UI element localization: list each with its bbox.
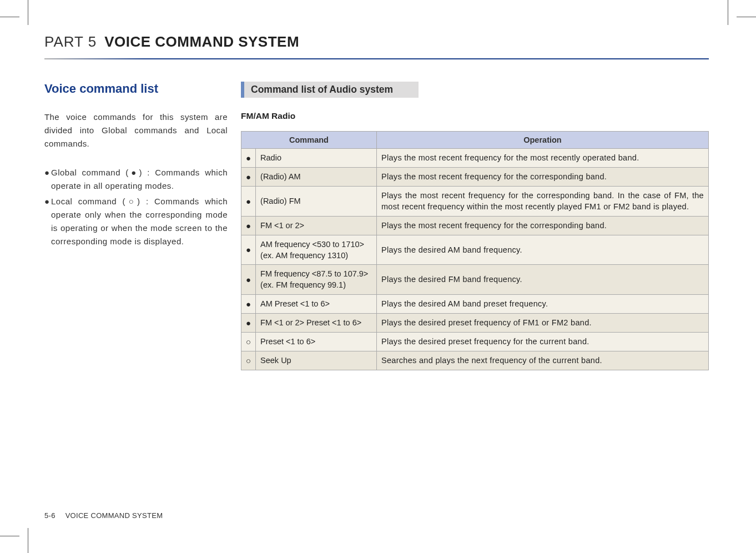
page-container: PART 5 VOICE COMMAND SYSTEM Voice comman… xyxy=(44,33,709,520)
section-title: Voice command list xyxy=(44,82,228,96)
cmd-text: FM <1 or 2> xyxy=(256,216,377,235)
table-row: ●FM frequency <87.5 to 107.9> (ex. FM fr… xyxy=(241,265,709,295)
op-text: Plays the most recent frequency for the … xyxy=(376,168,708,187)
cmd-type-icon: ● xyxy=(241,313,256,332)
bullet-icon: ● xyxy=(44,166,51,193)
bullet-local: ● Local command (○) : Commands which ope… xyxy=(44,195,228,248)
table-header-row: Command Operation xyxy=(241,132,709,149)
header-rule xyxy=(44,58,709,59)
bullet-icon: ● xyxy=(44,195,51,248)
op-text: Plays the desired AM band frequency. xyxy=(376,235,708,265)
crop-mark xyxy=(28,528,28,553)
cmd-type-icon: ● xyxy=(241,187,256,217)
table-row: ○Seek UpSearches and plays the next freq… xyxy=(241,351,709,370)
page-number: 5-6 xyxy=(44,511,56,520)
op-text: Plays the desired preset frequency for t… xyxy=(376,332,708,351)
cmd-text: Preset <1 to 6> xyxy=(256,332,377,351)
part-label: PART 5 xyxy=(44,33,97,51)
th-operation: Operation xyxy=(376,132,708,149)
bullet-text: Global command (●) : Commands which oper… xyxy=(51,166,228,193)
part-title: VOICE COMMAND SYSTEM xyxy=(104,33,299,51)
cmd-type-icon: ● xyxy=(241,294,256,313)
table-row: ●FM <1 or 2>Plays the most recent freque… xyxy=(241,216,709,235)
cmd-type-icon: ○ xyxy=(241,332,256,351)
cmd-type-icon: ● xyxy=(241,265,256,295)
cmd-type-icon: ○ xyxy=(241,351,256,370)
part-header: PART 5 VOICE COMMAND SYSTEM xyxy=(44,33,709,56)
cmd-type-icon: ● xyxy=(241,149,256,168)
table-row: ●(Radio) AMPlays the most recent frequen… xyxy=(241,168,709,187)
crop-mark xyxy=(28,0,28,25)
audio-subheader: Command list of Audio system xyxy=(241,82,419,98)
command-table: Command Operation ●RadioPlays the most r… xyxy=(241,131,709,370)
cmd-type-icon: ● xyxy=(241,168,256,187)
right-column: Command list of Audio system FM/AM Radio… xyxy=(241,82,709,370)
th-command: Command xyxy=(241,132,377,149)
table-label: FM/AM Radio xyxy=(241,111,709,121)
cmd-text: FM frequency <87.5 to 107.9> (ex. FM fre… xyxy=(256,265,377,295)
bullet-global: ● Global command (●) : Commands which op… xyxy=(44,166,228,193)
cmd-text: AM Preset <1 to 6> xyxy=(256,294,377,313)
intro-paragraph: The voice commands for this system are d… xyxy=(44,110,228,150)
crop-mark xyxy=(0,17,19,17)
table-row: ●FM <1 or 2> Preset <1 to 6>Plays the de… xyxy=(241,313,709,332)
table-row: ○Preset <1 to 6>Plays the desired preset… xyxy=(241,332,709,351)
cmd-text: (Radio) FM xyxy=(256,187,377,217)
footer-section: VOICE COMMAND SYSTEM xyxy=(65,511,163,520)
cmd-type-icon: ● xyxy=(241,216,256,235)
table-row: ●AM frequency <530 to 1710> (ex. AM freq… xyxy=(241,235,709,265)
crop-mark xyxy=(0,536,19,536)
op-text: Plays the most recent frequency for the … xyxy=(376,216,708,235)
crop-mark xyxy=(728,0,728,25)
bullet-text: Local command (○) : Commands which opera… xyxy=(51,195,228,248)
left-column: Voice command list The voice commands fo… xyxy=(44,82,228,370)
op-text: Plays the most recent frequency for the … xyxy=(376,187,708,217)
table-row: ● (Radio) FMPlays the most recent freque… xyxy=(241,187,709,217)
cmd-text: Radio xyxy=(256,149,377,168)
crop-mark xyxy=(737,17,756,17)
op-text: Plays the desired FM band frequency. xyxy=(376,265,708,295)
cmd-type-icon: ● xyxy=(241,235,256,265)
table-row: ●AM Preset <1 to 6>Plays the desired AM … xyxy=(241,294,709,313)
content-area: Voice command list The voice commands fo… xyxy=(44,82,709,370)
cmd-text: (Radio) AM xyxy=(256,168,377,187)
page-footer: 5-6 VOICE COMMAND SYSTEM xyxy=(44,511,163,520)
cmd-text: FM <1 or 2> Preset <1 to 6> xyxy=(256,313,377,332)
op-text: Searches and plays the next frequency of… xyxy=(376,351,708,370)
op-text: Plays the desired AM band preset frequen… xyxy=(376,294,708,313)
op-text: Plays the most recent frequency for the … xyxy=(376,149,708,168)
cmd-text: Seek Up xyxy=(256,351,377,370)
table-row: ●RadioPlays the most recent frequency fo… xyxy=(241,149,709,168)
op-text: Plays the desired preset frequency of FM… xyxy=(376,313,708,332)
cmd-text: AM frequency <530 to 1710> (ex. AM frequ… xyxy=(256,235,377,265)
